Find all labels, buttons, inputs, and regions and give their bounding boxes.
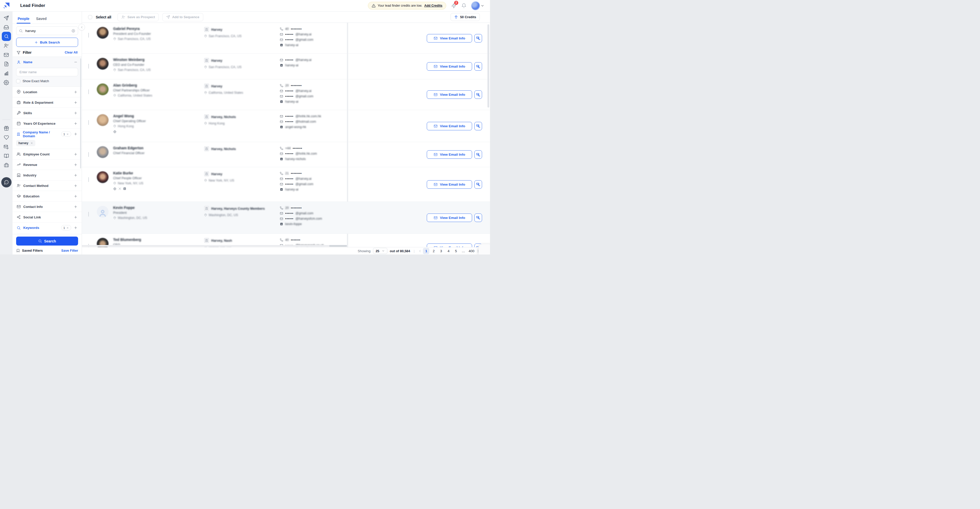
expand-section-icon[interactable] bbox=[74, 194, 78, 198]
page-5[interactable]: 5 bbox=[453, 248, 459, 254]
reveal-contact-button[interactable] bbox=[474, 213, 482, 222]
company-name[interactable]: Harvey, Nichols bbox=[211, 115, 236, 119]
company-filter-tag[interactable]: harvey bbox=[16, 140, 35, 146]
lead-name[interactable]: Gabriel Pereyra bbox=[113, 27, 204, 31]
lead-name[interactable]: Alan Grinberg bbox=[113, 83, 204, 87]
filter-section-keywords[interactable]: Keywords 1 bbox=[13, 223, 82, 233]
support-chat-button[interactable] bbox=[1, 177, 11, 188]
lead-name[interactable]: Graham Edgerton bbox=[113, 146, 204, 150]
filter-section-company[interactable]: Company Name / Domain 1 bbox=[13, 129, 82, 139]
expand-section-icon[interactable] bbox=[74, 111, 78, 115]
name-input[interactable] bbox=[19, 70, 75, 74]
company-name[interactable]: Harvey bbox=[211, 59, 222, 62]
view-email-info-button[interactable]: View Email Info bbox=[427, 34, 472, 43]
view-email-info-button[interactable]: View Email Info bbox=[427, 91, 472, 99]
view-email-info-button[interactable]: View Email Info bbox=[427, 62, 472, 71]
lead-row[interactable]: Kevin Foppe President Washington, DC, US… bbox=[82, 202, 490, 234]
row-checkbox[interactable] bbox=[88, 120, 89, 125]
nav-referral[interactable] bbox=[2, 135, 11, 140]
filter-section-employee-count[interactable]: Employee Count bbox=[13, 149, 82, 159]
collapse-section-icon[interactable] bbox=[74, 60, 78, 64]
lead-name[interactable]: Angel Wong bbox=[113, 114, 204, 118]
saved-filters-label[interactable]: Saved Filters bbox=[22, 249, 43, 253]
horizontal-scrollbar[interactable] bbox=[82, 245, 347, 247]
row-checkbox[interactable] bbox=[88, 152, 89, 157]
lead-row[interactable]: Angel Wong Chief Operating Officer Hong … bbox=[82, 110, 490, 142]
clear-all-link[interactable]: Clear All bbox=[65, 51, 78, 54]
select-all-checkbox[interactable] bbox=[88, 15, 92, 19]
reveal-contact-button[interactable] bbox=[474, 91, 482, 99]
reveal-contact-button[interactable] bbox=[474, 62, 482, 71]
view-email-info-button[interactable]: View Email Info bbox=[427, 213, 472, 222]
horizontal-scrollbar-thumb[interactable] bbox=[329, 245, 347, 247]
lead-name[interactable]: Winston Weinberg bbox=[113, 57, 204, 62]
company-name[interactable]: Harvey, Nichols bbox=[211, 147, 236, 151]
exact-match-checkbox[interactable] bbox=[16, 79, 20, 83]
filter-section-industry[interactable]: Industry bbox=[13, 170, 82, 180]
clear-search-icon[interactable] bbox=[72, 29, 75, 33]
nav-lead-finder-active[interactable] bbox=[2, 32, 11, 41]
lead-row[interactable]: Graham Edgerton Chief Financial Officer … bbox=[82, 142, 490, 167]
floating-widget[interactable] bbox=[478, 244, 490, 254]
nav-rewards[interactable] bbox=[2, 126, 11, 131]
view-email-info-button[interactable]: View Email Info bbox=[427, 180, 472, 189]
reveal-contact-button[interactable] bbox=[474, 180, 482, 189]
filter-section-name-header[interactable]: Name bbox=[13, 57, 82, 67]
reveal-contact-button[interactable] bbox=[474, 150, 482, 159]
expand-section-icon[interactable] bbox=[74, 215, 78, 219]
row-checkbox[interactable] bbox=[88, 212, 89, 216]
activity-button[interactable]: 2 bbox=[451, 3, 457, 8]
add-credits-link[interactable]: Add Credits bbox=[424, 4, 442, 8]
search-button[interactable]: Search bbox=[16, 237, 78, 245]
keyword-filter-tag[interactable]: harvey bbox=[16, 234, 31, 234]
expand-section-icon[interactable] bbox=[74, 90, 78, 94]
tab-people[interactable]: People bbox=[18, 17, 29, 24]
expand-section-icon[interactable] bbox=[74, 152, 78, 156]
company-name[interactable]: Harvey bbox=[211, 172, 222, 176]
filter-section-education[interactable]: Education bbox=[13, 191, 82, 202]
collapse-panel-button[interactable] bbox=[78, 24, 85, 30]
view-email-info-button[interactable]: View Email Info bbox=[427, 243, 472, 247]
view-email-info-button[interactable]: View Email Info bbox=[427, 150, 472, 159]
filter-count-badge[interactable]: 1 bbox=[61, 131, 71, 137]
page-last[interactable]: 400 bbox=[468, 248, 476, 254]
nav-toolbox[interactable] bbox=[2, 162, 11, 168]
filter-section-role[interactable]: Role & Department bbox=[13, 97, 82, 108]
tab-saved[interactable]: Saved bbox=[36, 17, 46, 24]
page-4[interactable]: 4 bbox=[445, 248, 452, 254]
lead-name[interactable]: Katie Burke bbox=[113, 171, 204, 175]
globe-icon[interactable] bbox=[113, 130, 116, 134]
expand-section-icon[interactable] bbox=[74, 205, 78, 209]
vertical-scrollbar[interactable] bbox=[487, 24, 489, 108]
name-filter-field[interactable] bbox=[16, 68, 78, 76]
nav-settings[interactable] bbox=[2, 80, 11, 85]
nav-email[interactable] bbox=[2, 52, 11, 57]
linkedin-icon[interactable] bbox=[123, 187, 126, 190]
company-name[interactable]: Harvey bbox=[211, 28, 222, 32]
filter-section-contact-method[interactable]: Contact Method bbox=[13, 180, 82, 191]
reveal-contact-button[interactable] bbox=[474, 122, 482, 130]
nav-email-verify[interactable] bbox=[2, 144, 11, 150]
nav-inbox[interactable] bbox=[2, 24, 11, 30]
expand-section-icon[interactable] bbox=[74, 226, 78, 230]
expand-section-icon[interactable] bbox=[74, 184, 78, 188]
exact-match-row[interactable]: Show Exact Match bbox=[16, 79, 78, 83]
lead-row[interactable]: Alan Grinberg Chief Partnerships Officer… bbox=[82, 80, 490, 110]
nav-campaigns[interactable] bbox=[2, 15, 11, 21]
lead-row[interactable]: Gabriel Pereyra President and Co-Founder… bbox=[82, 23, 490, 54]
lead-name[interactable]: Kevin Foppe bbox=[113, 205, 204, 210]
globe-icon[interactable] bbox=[113, 187, 116, 191]
account-menu[interactable] bbox=[471, 2, 484, 10]
notifications-button[interactable] bbox=[461, 3, 466, 8]
x-social-icon[interactable] bbox=[118, 187, 121, 190]
filter-section-skills[interactable]: Skills bbox=[13, 108, 82, 118]
expand-section-icon[interactable] bbox=[74, 132, 78, 136]
row-checkbox[interactable] bbox=[88, 89, 89, 94]
expand-section-icon[interactable] bbox=[74, 173, 78, 177]
nav-templates[interactable] bbox=[2, 61, 11, 67]
page-2[interactable]: 2 bbox=[430, 248, 437, 254]
filter-section-revenue[interactable]: Revenue bbox=[13, 159, 82, 170]
save-as-prospect-button[interactable]: Save as Prospect bbox=[118, 13, 159, 21]
page-1[interactable]: 1 bbox=[423, 248, 430, 254]
people-search-field[interactable] bbox=[16, 26, 78, 35]
